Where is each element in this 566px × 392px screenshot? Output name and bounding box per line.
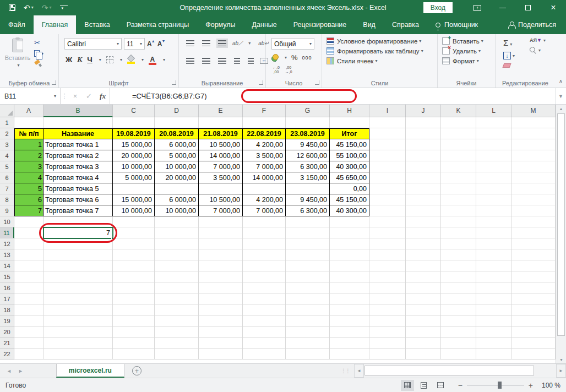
cell-E17[interactable]: [199, 293, 243, 304]
cell-E13[interactable]: [199, 249, 243, 260]
increase-indent-icon[interactable]: [246, 56, 255, 66]
cell-J7[interactable]: [406, 183, 441, 194]
cell-B22[interactable]: [43, 349, 113, 360]
cell-H11[interactable]: [330, 227, 369, 238]
cell-H6[interactable]: 45 650,00: [330, 172, 369, 183]
cell-G14[interactable]: [286, 260, 330, 271]
cell-J5[interactable]: [406, 161, 441, 172]
cell-D13[interactable]: [155, 249, 199, 260]
cell-A3[interactable]: 1: [14, 139, 43, 150]
shrink-font-icon[interactable]: А▼: [157, 40, 166, 48]
new-sheet-icon[interactable]: +: [132, 366, 142, 375]
cell-J11[interactable]: [406, 227, 441, 238]
cell-H15[interactable]: [330, 271, 369, 282]
cell-C10[interactable]: [113, 216, 155, 227]
cell-D15[interactable]: [155, 271, 199, 282]
column-header-H[interactable]: H: [330, 105, 369, 117]
cell-J21[interactable]: [406, 337, 441, 349]
cell-K16[interactable]: [441, 282, 476, 293]
row-header-21[interactable]: 21: [0, 337, 14, 349]
cell-L15[interactable]: [476, 271, 511, 282]
column-header-I[interactable]: I: [369, 105, 406, 117]
cell-E10[interactable]: [199, 216, 243, 227]
cell-M1[interactable]: [511, 117, 556, 128]
cell-I11[interactable]: [369, 227, 406, 238]
cell-K9[interactable]: [441, 205, 476, 216]
cell-D22[interactable]: [155, 349, 199, 360]
cell-J13[interactable]: [406, 249, 441, 260]
column-header-J[interactable]: J: [406, 105, 441, 117]
cell-C2[interactable]: 19.08.2019: [113, 128, 155, 139]
cell-L1[interactable]: [476, 117, 511, 128]
scroll-right-icon[interactable]: ►: [556, 364, 566, 378]
cell-J4[interactable]: [406, 150, 441, 161]
cell-F20[interactable]: [243, 326, 286, 337]
comma-style-icon[interactable]: 000: [302, 55, 312, 61]
cell-L19[interactable]: [476, 315, 511, 326]
cell-A7[interactable]: 5: [14, 183, 43, 194]
cell-I2[interactable]: [369, 128, 406, 139]
cell-K7[interactable]: [441, 183, 476, 194]
cell-D16[interactable]: [155, 282, 199, 293]
cell-M15[interactable]: [511, 271, 556, 282]
cell-E18[interactable]: [199, 304, 243, 315]
orientation-icon[interactable]: ab⟋: [232, 40, 242, 47]
column-header-M[interactable]: M: [511, 105, 556, 117]
prev-sheet-icon[interactable]: ◄: [7, 368, 12, 374]
customize-qat-icon[interactable]: [60, 6, 68, 10]
cell-E8[interactable]: 10 500,00: [199, 194, 243, 205]
cell-M13[interactable]: [511, 249, 556, 260]
cell-A2[interactable]: № п/п: [14, 128, 43, 139]
cell-B7[interactable]: Торговая точка 5: [43, 183, 113, 194]
cell-H7[interactable]: 0,00: [330, 183, 369, 194]
column-header-B[interactable]: B: [43, 105, 113, 117]
cell-H10[interactable]: [330, 216, 369, 227]
row-header-18[interactable]: 18: [0, 304, 14, 315]
cell-D4[interactable]: 5 000,00: [155, 150, 199, 161]
cell-H8[interactable]: 45 150,00: [330, 194, 369, 205]
formula-input[interactable]: =СЧЁТЗ(B6:G6;B7:G7): [110, 88, 555, 104]
cell-K19[interactable]: [441, 315, 476, 326]
cell-M5[interactable]: [511, 161, 556, 172]
cell-K22[interactable]: [441, 349, 476, 360]
cell-D11[interactable]: [155, 227, 199, 238]
cell-G3[interactable]: 9 450,00: [286, 139, 330, 150]
cell-C11[interactable]: [113, 227, 155, 238]
cell-K8[interactable]: [441, 194, 476, 205]
cell-E22[interactable]: [199, 349, 243, 360]
cell-G5[interactable]: 6 300,00: [286, 161, 330, 172]
cell-F15[interactable]: [243, 271, 286, 282]
cell-G2[interactable]: 23.08.2019: [286, 128, 330, 139]
cell-K18[interactable]: [441, 304, 476, 315]
cell-D20[interactable]: [155, 326, 199, 337]
row-header-2[interactable]: 2: [0, 128, 14, 139]
cell-C7[interactable]: [113, 183, 155, 194]
sign-in-button[interactable]: Вход: [423, 2, 453, 13]
cell-H3[interactable]: 45 150,00: [330, 139, 369, 150]
cell-H19[interactable]: [330, 315, 369, 326]
cell-A18[interactable]: [14, 304, 43, 315]
cell-E11[interactable]: [199, 227, 243, 238]
cell-B8[interactable]: Торговая точка 6: [43, 194, 113, 205]
cell-H18[interactable]: [330, 304, 369, 315]
underline-button[interactable]: Ч: [87, 56, 92, 64]
cell-M18[interactable]: [511, 304, 556, 315]
cell-C16[interactable]: [113, 282, 155, 293]
cell-A22[interactable]: [14, 349, 43, 360]
cell-A6[interactable]: 4: [14, 172, 43, 183]
cell-C13[interactable]: [113, 249, 155, 260]
cell-E19[interactable]: [199, 315, 243, 326]
format-cells-button[interactable]: Формат▾: [442, 57, 483, 64]
cell-D18[interactable]: [155, 304, 199, 315]
cell-G15[interactable]: [286, 271, 330, 282]
page-break-view-button[interactable]: [434, 380, 447, 391]
cell-B3[interactable]: Торговая точка 1: [43, 139, 113, 150]
copy-icon[interactable]: ▾: [34, 50, 43, 57]
cell-L14[interactable]: [476, 260, 511, 271]
cell-G17[interactable]: [286, 293, 330, 304]
cell-M12[interactable]: [511, 238, 556, 249]
cell-styles-button[interactable]: Стили ячеек▾: [326, 57, 423, 64]
cell-K14[interactable]: [441, 260, 476, 271]
format-as-table-button[interactable]: Форматировать как таблицу▾: [326, 47, 423, 55]
cell-L2[interactable]: [476, 128, 511, 139]
